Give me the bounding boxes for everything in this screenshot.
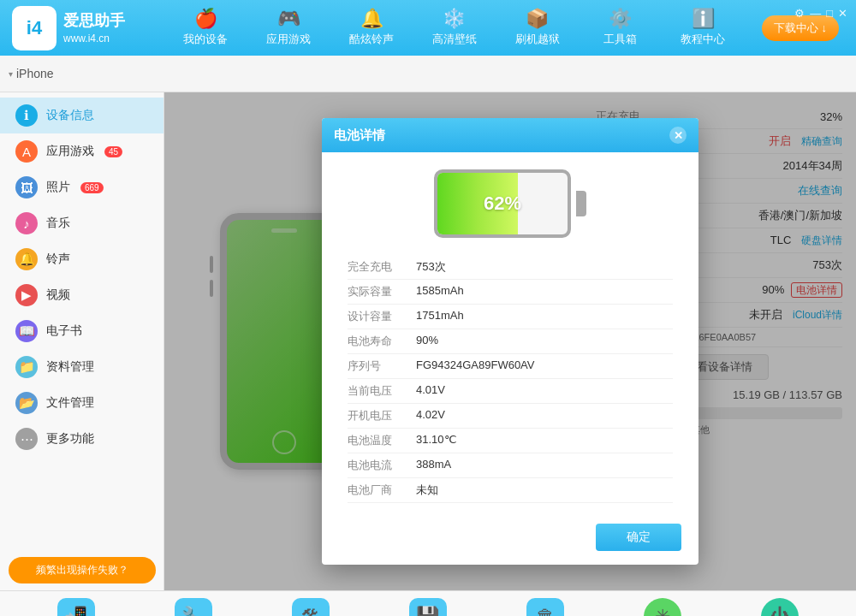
logo-area: i4 爱思助手 www.i4.cn [0,6,164,50]
sidebar-icon-ebook: 📖 [15,320,38,342]
sidebar-label-ebook: 电子书 [46,323,82,339]
modal-close-btn[interactable]: ✕ [669,127,687,144]
nav-label-jailbreak: 刷机越狱 [515,32,560,47]
modal-row-boot-voltage: 开机电压 4.02V [348,404,673,429]
sidebar-icon-data-mgr: 📁 [15,356,38,378]
sidebar-item-data-mgr[interactable]: 📁 资料管理 [0,349,163,385]
frequent-error-area: 频繁出现操作失败？ [0,552,164,589]
nav-label-apps: 应用游戏 [266,32,311,47]
sidebar-item-file-mgr[interactable]: 📂 文件管理 [0,385,163,421]
logo-box: i4 [12,6,56,50]
battery-graphic: 62% [348,169,673,238]
sidebar-label-ringtones: 铃声 [46,252,70,267]
frequent-error-btn[interactable]: 频繁出现操作失败？ [9,557,156,583]
win-close[interactable]: ✕ [838,7,847,20]
modal-footer: 确定 [322,515,698,565]
bottom-tool-fix-popup[interactable]: 🛠 修复应用弹窗 [276,598,345,617]
modal-row-full-charge: 完全充电 753次 [348,255,673,280]
app-name: 爱思助手 [63,10,125,32]
sidebar-item-music[interactable]: ♪ 音乐 [0,205,163,241]
sidebar-icon-device-info: ℹ [15,104,38,127]
modal-value-temp: 31.10℃ [416,433,457,448]
sidebar-icon-apps: A [15,140,38,163]
fix-popup-icon: 🛠 [292,598,330,617]
nav-icon-apps: 🎮 [277,9,300,28]
fix-crash-icon: 🔧 [175,598,212,617]
modal-overlay: 电池详情 ✕ 62% [164,92,856,590]
app-url: www.i4.cn [63,32,125,46]
sidebar-icon-file-mgr: 📂 [15,392,38,414]
modal-label-actual-cap: 实际容量 [348,284,416,299]
win-minimize[interactable]: — [810,7,821,20]
modal-row-temp: 电池温度 31.10℃ [348,429,673,453]
modal-row-design-capacity: 设计容量 1751mAh [348,305,673,329]
battery-pct: 62% [437,173,568,234]
modal-row-battery-life: 电池寿命 90% [348,329,673,354]
second-bar: ▾ iPhone [0,56,856,92]
sidebar-label-photos: 照片 [46,180,70,195]
nav-label-tools: 工具箱 [603,32,637,47]
sidebar-icon-photos: 🖼 [15,176,38,198]
sidebar-item-video[interactable]: ▶ 视频 [0,277,163,313]
nav-icon-wallpaper: ❄️ [443,9,466,28]
nav-my-device[interactable]: 🍎 我的设备 [175,0,235,56]
modal-header: 电池详情 ✕ [322,118,698,152]
nav-icon-device: 🍎 [194,9,217,28]
content-area: 正在充电 32% Apple ID锁 开启 精确查询 生产日期 2014年34周… [164,92,856,590]
modal-value-boot-voltage: 4.02V [416,408,445,424]
sidebar-item-apps[interactable]: A 应用游戏 45 [0,133,163,169]
win-settings[interactable]: ⚙ [794,7,805,20]
nav-tutorials[interactable]: ℹ️ 教程中心 [673,0,733,56]
sidebar-item-photos[interactable]: 🖼 照片 669 [0,169,163,205]
sidebar-icon-ringtones: 🔔 [15,248,38,270]
nav-icon-ringtones: 🔔 [360,9,383,28]
nav-ringtones[interactable]: 🔔 酷炫铃声 [342,0,401,56]
nav-icon-tutorials: ℹ️ [692,9,715,28]
modal-label-voltage: 当前电压 [348,383,416,399]
nav-items: 🍎 我的设备 🎮 应用游戏 🔔 酷炫铃声 ❄️ 高清壁纸 📦 刷机越狱 ⚙️ [164,0,745,56]
modal-value-design-cap: 1751mAh [416,309,464,324]
sidebar-label-file-mgr: 文件管理 [46,395,94,411]
battery-tip [576,191,586,216]
bottom-tool-clean[interactable]: 🗑 垃圾清理 [511,598,580,617]
modal-body: 62% 完全充电 753次 实际容量 15 [322,152,698,515]
modal-title: 电池详情 [334,127,385,144]
sidebar-icon-music: ♪ [15,212,38,234]
iphone-text: iPhone [16,67,54,80]
sidebar-item-more[interactable]: ⋯ 更多功能 [0,421,163,457]
nav-jailbreak[interactable]: 📦 刷机越狱 [508,0,568,56]
sidebar: ℹ 设备信息 A 应用游戏 45 🖼 照片 669 ♪ 音乐 🔔 铃声 [0,92,164,590]
bottom-tool-shutdown[interactable]: ⏻ 关闭设备 [746,598,814,617]
iphone-label: ▾ iPhone [9,67,54,80]
modal-value-voltage: 4.01V [416,383,445,399]
modal-row-serial: 序列号 FG94324GA89FW60AV [348,354,673,379]
modal-label-full-charge: 完全充电 [348,259,416,275]
bottom-tool-fix-crash[interactable]: 🔧 修复应用闪退 [159,598,228,617]
sidebar-item-ringtones[interactable]: 🔔 铃声 [0,241,163,277]
nav-label-tutorials: 教程中心 [681,32,725,47]
main-area: ℹ 设备信息 A 应用游戏 45 🖼 照片 669 ♪ 音乐 🔔 铃声 [0,92,856,590]
modal-label-battery-life: 电池寿命 [348,334,416,349]
nav-apps[interactable]: 🎮 应用游戏 [259,0,318,56]
battery-outer: 62% [434,169,571,238]
bottom-tool-install[interactable]: 📲 安装移装 [42,598,110,617]
bottom-tool-backup[interactable]: 💾 备份 / 恢复 [394,598,462,617]
sidebar-icon-video: ▶ [15,284,38,306]
apps-badge: 45 [104,146,122,157]
modal-label-current: 电池电流 [348,458,416,473]
nav-tools[interactable]: ⚙️ 工具箱 [591,0,651,56]
modal-value-full-charge: 753次 [416,259,446,275]
modal-value-serial: FG94324GA89FW60AV [416,358,535,374]
modal-label-temp: 电池温度 [348,433,416,448]
modal-value-manufacturer: 未知 [416,483,438,498]
sidebar-label-apps: 应用游戏 [46,144,94,159]
sidebar-item-ebook[interactable]: 📖 电子书 [0,313,163,349]
win-maximize[interactable]: □ [826,7,833,20]
nav-wallpaper[interactable]: ❄️ 高清壁纸 [425,0,484,56]
nav-label-wallpaper: 高清壁纸 [432,32,477,47]
sidebar-label-device-info: 设备信息 [46,108,94,123]
bottom-tool-restart[interactable]: ✳ 重启设备 [628,598,697,617]
modal-confirm-btn[interactable]: 确定 [596,524,681,551]
sidebar-item-device-info[interactable]: ℹ 设备信息 [0,98,163,133]
shutdown-icon: ⏻ [761,598,799,617]
